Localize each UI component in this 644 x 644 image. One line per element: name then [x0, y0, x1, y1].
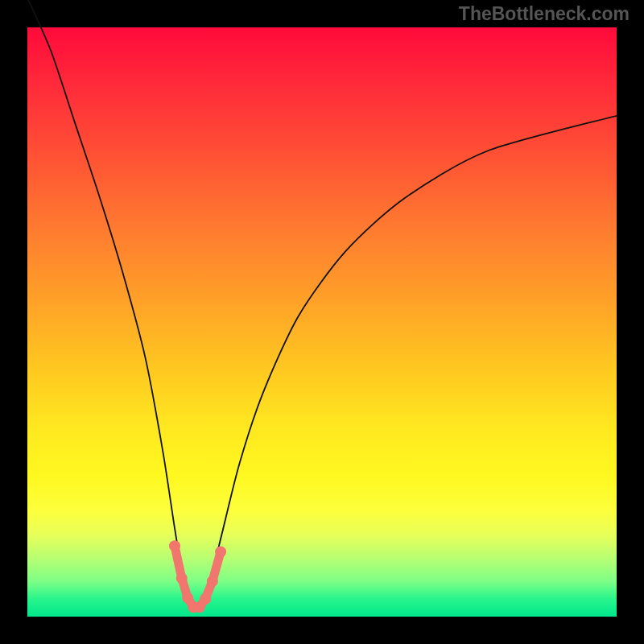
watermark: TheBottleneck.com	[459, 5, 630, 23]
optimal-zone-dot	[176, 572, 188, 584]
optimal-zone-dot	[207, 576, 218, 587]
optimal-zone-dot	[215, 546, 226, 557]
optimal-zone-dot	[200, 593, 211, 605]
optimal-zone-dot	[182, 592, 193, 604]
chart-frame: TheBottleneck.com	[0, 0, 644, 644]
optimal-zone-dot	[169, 540, 180, 551]
curve-layer	[27, 27, 617, 617]
bottleneck-curve	[27, 0, 617, 611]
